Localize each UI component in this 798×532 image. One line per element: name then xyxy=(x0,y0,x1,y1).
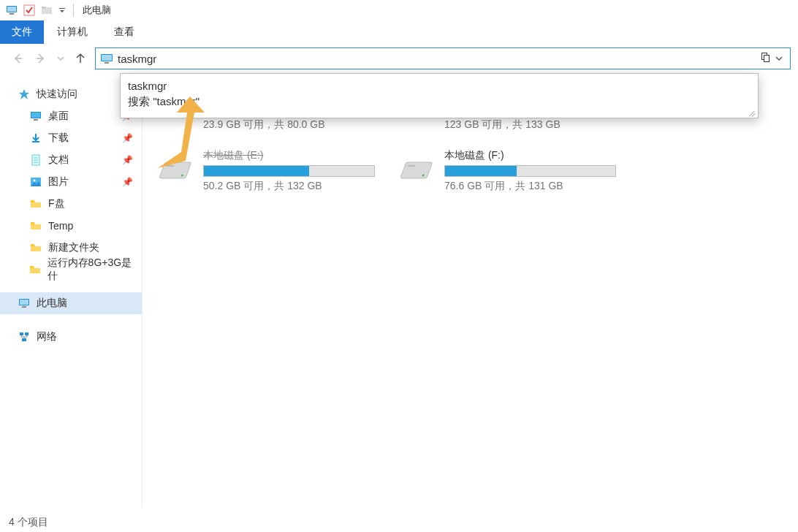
status-item-count: 4 个项目 xyxy=(9,516,48,529)
drive-usage-bar xyxy=(203,165,375,177)
svg-rect-10 xyxy=(102,55,112,61)
drive-usage-bar xyxy=(444,165,616,177)
folder-icon xyxy=(29,263,42,276)
navigation-row: taskmgr xyxy=(0,44,798,73)
sidebar-item-label: 图片 xyxy=(48,175,69,189)
drive-icon xyxy=(156,149,194,184)
sidebar-item-label: 快速访问 xyxy=(37,88,77,101)
svg-rect-31 xyxy=(30,266,34,268)
svg-rect-21 xyxy=(32,141,39,142)
body: 快速访问 桌面📌下载📌文档📌图片📌F盘Temp新建文件夹运行内存8G+3G是什 … xyxy=(0,73,798,507)
drive-usage-text: 50.2 GB 可用，共 132 GB xyxy=(203,180,375,193)
qat-dropdown-icon[interactable] xyxy=(58,4,66,16)
nav-forward-button[interactable] xyxy=(32,50,50,67)
sidebar-item[interactable]: 图片📌 xyxy=(0,171,142,193)
address-copy-icon[interactable] xyxy=(759,52,772,65)
qat-folder-icon[interactable] xyxy=(41,4,53,16)
svg-rect-30 xyxy=(31,244,34,246)
star-icon xyxy=(18,88,31,101)
address-autocomplete: taskmgr 搜索 "taskmgr" xyxy=(120,73,759,118)
title-bar: 此电脑 xyxy=(0,0,798,20)
drive-item[interactable]: 本地磁盘 (E:)50.2 GB 可用，共 132 GB xyxy=(156,149,375,193)
autocomplete-item[interactable]: taskmgr xyxy=(128,78,750,94)
svg-rect-11 xyxy=(104,62,109,64)
resize-grip-icon[interactable] xyxy=(748,107,756,116)
sidebar-item-label: 运行内存8G+3G是什 xyxy=(48,256,134,283)
svg-rect-1 xyxy=(7,7,16,12)
drive-item[interactable]: 本地磁盘 (F:)76.6 GB 可用，共 131 GB xyxy=(397,149,616,193)
pin-icon: 📌 xyxy=(122,133,133,143)
network-icon xyxy=(18,330,31,343)
title-separator xyxy=(73,4,74,17)
address-input[interactable]: taskmgr xyxy=(118,53,756,65)
sidebar-item[interactable]: 下载📌 xyxy=(0,127,142,149)
svg-rect-36 xyxy=(25,332,28,335)
svg-rect-6 xyxy=(59,8,65,9)
sidebar-item-label: F盘 xyxy=(48,197,65,210)
svg-rect-15 xyxy=(764,56,769,61)
pin-icon: 📌 xyxy=(122,155,133,165)
svg-rect-2 xyxy=(10,13,14,15)
sidebar-item-label: 文档 xyxy=(48,153,69,167)
sidebar-item-label: 此电脑 xyxy=(37,297,67,310)
svg-rect-35 xyxy=(20,332,23,335)
desktop-icon xyxy=(29,110,42,123)
svg-rect-33 xyxy=(20,300,28,305)
sidebar-item-label: 桌面 xyxy=(48,110,69,123)
drive-usage-text: 76.6 GB 可用，共 131 GB xyxy=(444,180,616,193)
ribbon-file-tab[interactable]: 文件 xyxy=(0,20,44,44)
sidebar: 快速访问 桌面📌下载📌文档📌图片📌F盘Temp新建文件夹运行内存8G+3G是什 … xyxy=(0,73,142,507)
address-dropdown-icon[interactable] xyxy=(772,54,786,63)
svg-rect-37 xyxy=(22,338,26,341)
qat-checkbox-icon[interactable] xyxy=(23,4,35,16)
drive-info: 本地磁盘 (F:)76.6 GB 可用，共 131 GB xyxy=(444,149,616,193)
nav-history-button[interactable] xyxy=(56,50,66,67)
svg-rect-29 xyxy=(31,222,34,224)
svg-rect-52 xyxy=(407,165,415,167)
sidebar-item-label: Temp xyxy=(48,220,73,232)
drive-usage-text: 23.9 GB 可用，共 80.0 GB xyxy=(203,118,375,132)
address-pc-icon xyxy=(100,52,113,65)
folder-icon xyxy=(29,219,42,232)
this-pc-icon xyxy=(6,4,18,16)
this-pc-icon xyxy=(18,297,31,310)
svg-rect-20 xyxy=(34,119,38,121)
sidebar-item-label: 网络 xyxy=(37,330,57,343)
folder-icon xyxy=(29,241,42,254)
svg-marker-17 xyxy=(19,89,29,99)
ribbon-tab-view[interactable]: 查看 xyxy=(101,20,148,44)
sidebar-item[interactable]: F盘 xyxy=(0,193,142,215)
ribbon: 文件 计算机 查看 xyxy=(0,20,798,44)
sidebar-item[interactable]: 运行内存8G+3G是什 xyxy=(0,259,142,281)
ribbon-tab-computer[interactable]: 计算机 xyxy=(44,20,101,44)
sidebar-item-label: 新建文件夹 xyxy=(48,241,99,254)
sidebar-item[interactable]: 文档📌 xyxy=(0,149,142,171)
svg-rect-48 xyxy=(166,165,174,167)
window-title: 此电脑 xyxy=(83,4,111,17)
sidebar-this-pc[interactable]: 此电脑 xyxy=(0,292,142,314)
download-icon xyxy=(29,132,42,145)
address-bar[interactable]: taskmgr xyxy=(95,48,791,69)
folder-icon xyxy=(29,197,42,210)
content-pane[interactable]: 本地磁盘 (C:)23.9 GB 可用，共 80.0 GB本地磁盘 (D:)12… xyxy=(142,73,798,507)
nav-up-button[interactable] xyxy=(72,50,89,67)
sidebar-network[interactable]: 网络 xyxy=(0,326,142,348)
svg-rect-28 xyxy=(31,200,34,202)
drive-name: 本地磁盘 (F:) xyxy=(444,149,616,162)
drive-name: 本地磁盘 (E:) xyxy=(203,149,375,162)
drive-usage-text: 123 GB 可用，共 133 GB xyxy=(444,118,616,132)
status-bar: 4 个项目 xyxy=(0,513,798,532)
sidebar-item[interactable]: 新建文件夹 xyxy=(0,237,142,259)
sidebar-item-label: 下载 xyxy=(48,132,69,145)
drive-info: 本地磁盘 (E:)50.2 GB 可用，共 132 GB xyxy=(203,149,375,193)
svg-rect-5 xyxy=(42,7,46,9)
picture-icon xyxy=(29,175,42,189)
svg-rect-19 xyxy=(31,113,40,118)
svg-rect-34 xyxy=(22,306,26,308)
doc-icon xyxy=(29,153,42,167)
drive-icon xyxy=(397,149,436,184)
autocomplete-item[interactable]: 搜索 "taskmgr" xyxy=(128,94,750,110)
nav-back-button[interactable] xyxy=(9,50,26,67)
svg-point-27 xyxy=(34,180,36,182)
sidebar-item[interactable]: Temp xyxy=(0,215,142,237)
